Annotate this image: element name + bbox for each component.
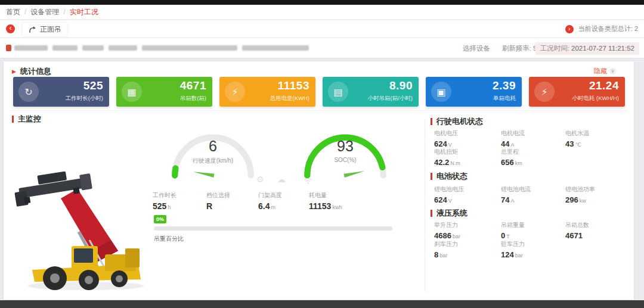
stat-card-energy-per-container: ▣ 2.39 单箱电耗 <box>426 77 522 107</box>
crane-hook-icon <box>28 26 36 34</box>
stats-title: 统计信息 <box>20 66 51 77</box>
lift-pressure: 举升压力 4686bar <box>434 221 460 240</box>
redacted-device-text <box>82 45 104 51</box>
breadcrumb: 首页 / 设备管理 / 实时工况 <box>0 5 644 20</box>
device-marker-icon <box>6 45 11 51</box>
redacted-device-text <box>242 45 309 51</box>
motor-current: 电机电流 44A <box>501 129 525 148</box>
metric-gear-selection: 档位选择 R <box>206 191 230 211</box>
soc-gauge: 93 SOC(%) <box>301 125 390 181</box>
gear-icon: ⚙ <box>256 175 264 184</box>
device-type-total-text: 当前设备类型总计: 2 <box>578 24 638 33</box>
progress-label: 吊重百分比 <box>154 235 184 243</box>
stat-card-work-hours: ↻ 525 工作时长(小时) <box>13 77 109 107</box>
refresh-rate-label: 刷新频率: <box>502 45 531 52</box>
hourly-container-icon: ▤ <box>328 82 348 102</box>
metric-mast-height: 门架高度 6.4m <box>258 191 282 211</box>
stat-card-total-energy: ⚡ 11153 总用电量(KWH) <box>219 77 315 107</box>
speed-value: 6 <box>168 138 258 155</box>
speed-label: 行驶速度(km/h) <box>168 157 258 165</box>
tab-label: 正面吊 <box>40 24 61 35</box>
chevron-down-icon: ∨ <box>609 68 616 74</box>
energy-meter-icon: ⚡ <box>225 82 245 102</box>
stat-label: 总用电量(KWH) <box>270 95 310 102</box>
redacted-device-text <box>142 45 237 51</box>
main-panel: ▶ 统计信息 隐藏 ∨ ↻ 525 工作时长(小时) ▦ 4671 吊箱数(箱)… <box>4 61 634 300</box>
speed-gauge: 6 行驶速度(km/h) <box>168 125 258 181</box>
battery-power: 锂电池功率 296kw <box>565 185 595 204</box>
device-info-bar: 选择设备 刷新频率: 5秒 工况时间: 2021-07-27 11:21:52 <box>0 38 644 58</box>
metric-work-hours: 工作时长 525h <box>153 191 177 211</box>
soc-value: 93 <box>301 138 390 155</box>
stat-card-container-count: ▦ 4671 吊箱数(箱) <box>116 77 212 107</box>
per-container-energy-icon: ▣ <box>431 82 451 102</box>
section-marker-icon: ▶ <box>12 69 16 74</box>
section-bar-icon <box>12 116 14 123</box>
stat-cards: ↻ 525 工作时长(小时) ▦ 4671 吊箱数(箱) ⚡ 11153 总用电… <box>13 77 625 107</box>
motor-water-temp: 电机水温 43℃ <box>565 129 589 148</box>
stat-card-hourly-containers: ▤ 8.90 小时吊箱(箱/小时) <box>323 77 419 107</box>
stat-value: 21.24 <box>589 79 619 92</box>
redacted-device-text <box>52 45 78 51</box>
breadcrumb-realtime-status: 实时工况 <box>70 7 98 17</box>
stat-value: 8.90 <box>389 79 413 92</box>
section-bar-icon <box>431 118 432 125</box>
hide-label: 隐藏 <box>594 67 607 76</box>
container-weight: 吊箱重量 0T <box>501 221 525 240</box>
breadcrumb-home[interactable]: 首页 <box>6 7 20 17</box>
metric-energy-used: 耗电量 11153kwh <box>309 191 342 211</box>
stat-value: 4671 <box>180 79 206 92</box>
device-type-total: › 当前设备类型总计: 2 <box>565 24 638 33</box>
stat-label: 工作时长(小时) <box>66 95 103 102</box>
container-count-icon: ▦ <box>122 82 142 102</box>
reach-stacker-image <box>8 161 160 295</box>
forward-icon[interactable]: › <box>565 25 574 33</box>
stats-section-header: ▶ 统计信息 <box>12 66 51 77</box>
monitor-section-header: 主监控 <box>12 114 41 125</box>
hydraulic-system-header: 液压系统 <box>431 208 467 219</box>
stat-value: 525 <box>83 79 103 92</box>
soc-label: SOC(%) <box>301 157 390 163</box>
breadcrumb-separator: / <box>63 8 65 16</box>
stat-label: 小时吊箱(箱/小时) <box>368 95 413 102</box>
battery-status-header: 电池状态 <box>431 171 467 182</box>
back-icon: ‹ <box>10 24 12 32</box>
hide-stats-link[interactable]: 隐藏 ∨ <box>594 67 616 76</box>
section-bar-icon <box>431 210 432 217</box>
divider <box>425 120 425 291</box>
hourly-energy-icon: ⚡ <box>534 82 555 102</box>
stat-label: 单箱电耗 <box>493 95 516 102</box>
container-total: 吊箱总数 4671 <box>565 221 589 240</box>
progress-badge: 0% <box>154 215 166 223</box>
wifi-icon <box>304 177 312 184</box>
tab-reach-stacker[interactable]: 正面吊 <box>21 22 68 37</box>
drive-motor-header: 行驶电机状态 <box>431 116 483 127</box>
tab-bar: ‹ 正面吊 › 当前设备类型总计: 2 <box>0 20 644 38</box>
stat-label: 吊箱数(箱) <box>180 95 206 102</box>
cloud-icon: ☁ <box>277 175 286 184</box>
battery-current: 锂电池电流 74A <box>501 185 531 204</box>
total-mileage: 总里程 656km <box>501 148 522 167</box>
stat-label: 小时电耗 (KWH/H) <box>572 95 619 102</box>
parking-pressure: 驻车压力 124bar <box>501 240 525 259</box>
stat-card-hourly-energy: ⚡ 21.24 小时电耗 (KWH/H) <box>529 77 625 107</box>
motor-voltage: 电机电压 624V <box>434 129 458 148</box>
redacted-device-text <box>109 45 137 51</box>
breadcrumb-device-management[interactable]: 设备管理 <box>30 7 59 17</box>
working-condition-time: 工况时间: 2021-07-27 11:21:52 <box>535 42 639 55</box>
divider <box>10 110 628 111</box>
window-top-strip <box>0 0 644 5</box>
time-value: 2021-07-27 11:21:52 <box>571 45 634 52</box>
time-label: 工况时间: <box>540 45 569 52</box>
brake-pressure: 刹车压力 8bar <box>434 240 458 259</box>
monitor-title: 主监控 <box>18 114 41 125</box>
lift-weight-progress-bar <box>154 226 392 231</box>
select-device-button[interactable]: 选择设备 <box>463 44 490 53</box>
section-bar-icon <box>431 173 432 180</box>
clock-refresh-icon: ↻ <box>18 82 39 102</box>
breadcrumb-separator: / <box>24 8 26 16</box>
window-bottom-strip <box>0 300 644 308</box>
stat-value: 11153 <box>278 79 309 92</box>
back-button[interactable]: ‹ <box>6 24 15 33</box>
stat-value: 2.39 <box>493 79 516 92</box>
